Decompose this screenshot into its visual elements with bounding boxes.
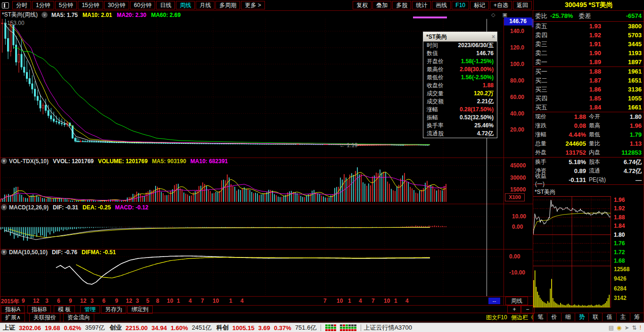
send-icon[interactable]: ➤: [625, 324, 629, 331]
mini-price-tick: 1.92: [614, 205, 625, 212]
index-quote-上证[interactable]: 上证3202.0619.680.62%3597亿: [3, 324, 107, 332]
period-tab-周线[interactable]: 周线: [176, 1, 195, 9]
panel-tab-资金流向[interactable]: 资金流向: [63, 313, 94, 322]
close-icon[interactable]: ×: [492, 32, 495, 42]
index-quote-创业[interactable]: 创业2215.0034.941.60%2451亿: [109, 324, 213, 332]
ask-row[interactable]: 卖一1.891897: [533, 58, 644, 66]
led-cell: [346, 324, 348, 326]
ma-value: MA20: 2.30: [117, 12, 147, 18]
tooltip-label: 换手率: [427, 122, 444, 130]
tooltip-row: 收盘价1.88: [423, 82, 497, 90]
bid-row[interactable]: 买一1.881961: [533, 67, 644, 76]
alert-icon[interactable]: !: [640, 324, 641, 331]
period-tab-多周期[interactable]: 多周期: [215, 1, 240, 9]
info-label: 现价: [535, 113, 554, 121]
tool-button-返回[interactable]: 返回: [513, 1, 532, 9]
tool-button-叠加[interactable]: 叠加: [372, 1, 391, 9]
x-axis-label: 7: [372, 298, 375, 304]
panel-tab-关联报价[interactable]: 关联报价: [29, 313, 60, 322]
bid-row[interactable]: 买四1.851055: [533, 94, 644, 103]
x-axis-label: 4: [359, 298, 362, 304]
period-tab-15分钟[interactable]: 15分钟: [78, 1, 103, 9]
period-tab-日线[interactable]: 日线: [156, 1, 175, 9]
ma-values: MA5: 1.75MA10: 2.01MA20: 2.30MA60: 2.69: [51, 12, 185, 18]
period-tab-30分钟[interactable]: 30分钟: [104, 1, 129, 9]
index-amount: 3597亿: [85, 324, 105, 332]
quote-info-row: 现价1.88今开1.80: [533, 112, 644, 121]
info-label: 涨幅: [535, 131, 554, 139]
tool-button-统计[interactable]: 统计: [412, 1, 431, 9]
sidebar-link[interactable]: 侧边栏《: [511, 314, 534, 322]
bid: 买一1.881961买二1.871651买三1.863136买四1.851055…: [533, 67, 644, 112]
sort-icon[interactable]: ⇅: [632, 324, 637, 331]
index-quote-科创[interactable]: 科创1005.153.690.37%751.6亿: [216, 324, 319, 332]
ma-value: MA10: 2.01: [83, 12, 112, 18]
ask-row[interactable]: 卖二1.901193: [533, 49, 644, 58]
tooltip-label: 振幅: [427, 114, 438, 122]
intraday-mini-chart[interactable]: [533, 196, 611, 308]
quote-tab-值[interactable]: 值: [602, 313, 616, 321]
tooltip-row: 最高价2.08(30.00%): [423, 66, 497, 74]
level-amount: 1897: [608, 58, 642, 66]
collapse-chevron-icon[interactable]: ∨: [41, 12, 48, 18]
y-axis-tick: 0.00: [509, 253, 520, 260]
quote-tab-细[interactable]: 细: [561, 313, 575, 321]
quote-tab-笔[interactable]: 笔: [533, 313, 547, 321]
quote-tab-联[interactable]: 联: [588, 313, 602, 321]
tool-menu: 复权叠加多股统计画线F10标记+自选返回: [352, 0, 532, 10]
data-tooltip[interactable]: *ST美尚 × 时间2023/06/30/五数值146.76开盘价1.58(-1…: [423, 32, 497, 138]
mini-price-tick: 1.80: [614, 232, 625, 238]
level-label: 买一: [535, 67, 560, 76]
quote-info-row: 涨跌0.08最高1.96: [533, 121, 644, 130]
tooltip-value: 0.28(17.50%): [460, 106, 494, 114]
tooltip-value: 4.72亿: [477, 130, 494, 138]
quote-tab-势[interactable]: 势: [575, 313, 588, 321]
tooltip-row: 成交额2.21亿: [423, 98, 497, 106]
tool-button-画线[interactable]: 画线: [432, 1, 451, 9]
divider: [361, 324, 361, 331]
bid-row[interactable]: 买五1.841661: [533, 103, 644, 112]
bid-row[interactable]: 买二1.871651: [533, 76, 644, 85]
level-price: 1.92: [560, 32, 608, 39]
led-cell: [340, 329, 342, 331]
tool-button-标记[interactable]: 标记: [470, 1, 489, 9]
tool-button-多股[interactable]: 多股: [392, 1, 411, 9]
level-amount: 3445: [608, 41, 642, 48]
y-axis-tick: 45000: [510, 162, 526, 169]
x-axis-label: 1: [177, 298, 180, 304]
bid-row[interactable]: 买三1.863136: [533, 85, 644, 94]
y-axis-tick: 80.00: [510, 77, 524, 84]
sidebar-toggle-icon[interactable]: [2, 2, 9, 8]
quote-tab-主[interactable]: 主: [616, 313, 630, 321]
graphic-f10-link[interactable]: 图文F10: [486, 314, 507, 322]
quote-tab-筹[interactable]: 筹: [630, 313, 644, 321]
period-tab-月线[interactable]: 月线: [196, 1, 215, 9]
market-led-grid: [340, 324, 356, 331]
tooltip-label: 最低价: [427, 74, 444, 82]
period-tab-60分钟[interactable]: 60分钟: [130, 1, 155, 9]
period-tab-5分钟[interactable]: 5分钟: [55, 1, 77, 9]
tool-button-F10[interactable]: F10: [452, 1, 469, 9]
mini-price-tick: 1.84: [614, 223, 625, 229]
drawn-trendline[interactable]: [413, 17, 447, 18]
file-icon[interactable]: ▤: [609, 324, 614, 331]
tool-button-+自选[interactable]: +自选: [490, 1, 512, 9]
led-cell: [346, 329, 348, 331]
tooltip-title-bar[interactable]: *ST美尚 ×: [423, 32, 497, 42]
coin-icon[interactable]: ◉: [617, 324, 621, 331]
quote-tab-价[interactable]: 价: [547, 313, 561, 321]
tool-button-复权[interactable]: 复权: [353, 1, 372, 9]
period-tab-更多 >[interactable]: 更多 >: [241, 1, 264, 9]
level-amount: 1651: [608, 77, 642, 84]
y-axis-tick: 30000: [510, 174, 526, 181]
ask-row[interactable]: 卖三1.913445: [533, 40, 644, 49]
tooltip-row: 成交量120.2万: [423, 90, 497, 98]
ask: 卖五1.933800卖四1.925703卖三1.913445卖二1.901193…: [533, 22, 644, 67]
period-tab-1分钟[interactable]: 1分钟: [32, 1, 54, 9]
ask-row[interactable]: 卖五1.933800: [533, 22, 644, 31]
panel-tab-扩展∧[interactable]: 扩展∧: [1, 313, 25, 322]
ask-row[interactable]: 卖四1.925703: [533, 31, 644, 40]
tooltip-label: 时间: [427, 42, 438, 50]
period-tab-分时[interactable]: 分时: [12, 1, 31, 9]
info-value: -0.131: [554, 176, 589, 183]
